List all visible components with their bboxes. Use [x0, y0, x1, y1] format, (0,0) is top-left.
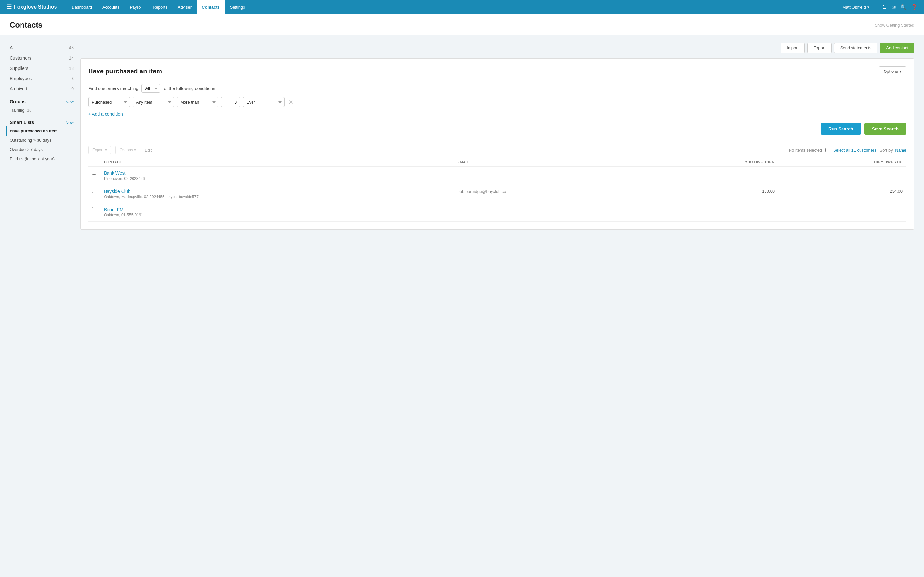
- mail-icon[interactable]: ✉: [892, 4, 896, 10]
- you-owe-value: 130.00: [762, 189, 775, 193]
- top-bar-right: Matt Oldfield ▾ + 🗂 ✉ 🔍 ❓: [843, 4, 918, 10]
- condition-period-select[interactable]: Ever Last 30 days Last 90 days Last year: [243, 97, 284, 107]
- they-owe-value: —: [898, 207, 903, 212]
- training-count: 10: [27, 108, 31, 113]
- top-bar-icons: + 🗂 ✉ 🔍 ❓: [875, 4, 918, 10]
- email-cell: [454, 203, 649, 221]
- contact-cell: Boom FM Oaktown, 01-555-9191: [100, 203, 454, 221]
- groups-new-link[interactable]: New: [65, 99, 74, 104]
- options-chevron-icon: ▾: [899, 69, 901, 74]
- filter-row-label: Find customers matching All Any of the f…: [88, 84, 906, 93]
- folder-icon[interactable]: 🗂: [882, 4, 887, 10]
- sidebar-customers-count: 14: [69, 55, 74, 61]
- have-purchased-label: Have purchased an item: [10, 129, 58, 133]
- contact-column-header: Contact: [100, 157, 454, 167]
- add-condition-link[interactable]: + Add a condition: [88, 111, 123, 117]
- sidebar-item-outstanding[interactable]: Outstanding > 30 days: [10, 135, 74, 145]
- groups-section-title: Groups New: [10, 99, 74, 104]
- they-owe-you-column-header: They owe you: [779, 157, 906, 167]
- contact-name-link[interactable]: Boom FM: [104, 207, 124, 212]
- nav-settings[interactable]: Settings: [225, 0, 250, 14]
- row-checkbox[interactable]: [92, 171, 96, 175]
- sidebar-item-suppliers[interactable]: Suppliers 18: [10, 63, 74, 73]
- row-checkbox-cell: [88, 203, 100, 221]
- sidebar-item-all[interactable]: All 48: [10, 43, 74, 53]
- sidebar-item-employees[interactable]: Employees 3: [10, 73, 74, 84]
- sort-by-label: Sort by Name: [880, 148, 907, 153]
- import-button[interactable]: Import: [780, 43, 804, 53]
- condition-value-input[interactable]: [221, 97, 240, 107]
- they-owe-value: 234.00: [890, 189, 903, 193]
- row-checkbox[interactable]: [92, 189, 96, 193]
- results-options-button[interactable]: Options ▾: [115, 146, 140, 154]
- condition-operator-select[interactable]: More than Less than Equal to: [177, 97, 218, 107]
- they-owe-cell: —: [779, 167, 906, 185]
- sidebar-archived-label: Archived: [10, 86, 27, 91]
- company-logo[interactable]: ☰ Foxglove Studios: [6, 3, 57, 11]
- help-icon[interactable]: ❓: [911, 4, 918, 10]
- condition-item-select[interactable]: Any item Specific item: [132, 97, 174, 107]
- results-options-label: Options: [120, 148, 133, 152]
- search-actions: Run Search Save Search: [88, 123, 906, 135]
- smart-lists-new-link[interactable]: New: [65, 120, 74, 125]
- outstanding-label: Outstanding > 30 days: [10, 138, 51, 143]
- send-statements-button[interactable]: Send statements: [834, 43, 878, 53]
- contact-name-link[interactable]: Bank West: [104, 171, 126, 176]
- sidebar-item-paid-us[interactable]: Paid us (in the last year): [10, 154, 74, 163]
- select-all-link[interactable]: Select all 11 customers: [833, 148, 876, 153]
- sidebar-item-overdue[interactable]: Overdue > 7 days: [10, 145, 74, 154]
- run-search-button[interactable]: Run Search: [821, 123, 861, 135]
- add-contact-button[interactable]: Add contact: [880, 43, 914, 53]
- main-panel: Import Export Send statements Add contac…: [80, 43, 914, 229]
- results-export-label: Export: [92, 148, 103, 152]
- sort-field-link[interactable]: Name: [895, 148, 906, 153]
- matching-select[interactable]: All Any: [142, 84, 160, 93]
- nav-accounts[interactable]: Accounts: [97, 0, 124, 14]
- sidebar-suppliers-count: 18: [69, 66, 74, 71]
- show-getting-started[interactable]: Show Getting Started: [875, 23, 914, 27]
- table-row: Bayside Club Oaktown, Madeupville, 02-20…: [88, 185, 906, 203]
- smart-lists-section-title: Smart Lists New: [10, 120, 74, 125]
- sidebar-archived-count: 0: [71, 86, 74, 91]
- contacts-table: Contact Email You owe them They owe you …: [88, 157, 906, 221]
- nav-contacts[interactable]: Contacts: [197, 0, 225, 14]
- email-column-header: Email: [454, 157, 649, 167]
- nav-payroll[interactable]: Payroll: [124, 0, 148, 14]
- results-export-chevron: ▾: [105, 148, 107, 152]
- contact-cell: Bank West Pinehaven, 02-2023456: [100, 167, 454, 185]
- add-icon[interactable]: +: [875, 4, 877, 10]
- sidebar-all-label: All: [10, 45, 15, 50]
- action-bar: Import Export Send statements Add contac…: [80, 43, 914, 53]
- export-button[interactable]: Export: [807, 43, 832, 53]
- search-icon[interactable]: 🔍: [900, 4, 907, 10]
- content-panel: Have purchased an item Options ▾ Find cu…: [80, 58, 914, 229]
- you-owe-them-column-header: You owe them: [649, 157, 779, 167]
- options-button[interactable]: Options ▾: [879, 66, 906, 76]
- row-checkbox-cell: [88, 167, 100, 185]
- remove-condition-button[interactable]: ✕: [287, 97, 294, 107]
- select-all-checkbox[interactable]: [825, 148, 829, 152]
- sidebar-item-training[interactable]: Training 10: [10, 105, 74, 115]
- nav-reports[interactable]: Reports: [148, 0, 173, 14]
- results-export-button[interactable]: Export ▾: [88, 146, 111, 154]
- user-name-text: Matt Oldfield: [843, 5, 866, 10]
- results-options-chevron: ▾: [134, 148, 136, 152]
- conditions-suffix: of the following conditions:: [164, 86, 216, 91]
- condition-field-select[interactable]: Purchased Amount Date: [88, 97, 130, 107]
- you-owe-cell: 130.00: [649, 185, 779, 203]
- sidebar-item-archived[interactable]: Archived 0: [10, 84, 74, 94]
- sidebar-item-have-purchased[interactable]: Have purchased an item: [6, 126, 74, 135]
- nav-links: Dashboard Accounts Payroll Reports Advis…: [66, 0, 842, 14]
- results-edit-link[interactable]: Edit: [145, 148, 152, 153]
- you-owe-cell: —: [649, 167, 779, 185]
- user-chevron-icon: ▾: [867, 5, 869, 10]
- sidebar-item-customers[interactable]: Customers 14: [10, 53, 74, 63]
- nav-adviser[interactable]: Adviser: [173, 0, 197, 14]
- contact-name-link[interactable]: Bayside Club: [104, 189, 131, 194]
- save-search-button[interactable]: Save Search: [864, 123, 906, 135]
- user-menu[interactable]: Matt Oldfield ▾: [843, 5, 869, 10]
- nav-dashboard[interactable]: Dashboard: [66, 0, 97, 14]
- contact-detail: Oaktown, 01-555-9191: [104, 213, 450, 218]
- smart-lists-label: Smart Lists: [10, 120, 34, 125]
- row-checkbox[interactable]: [92, 207, 96, 211]
